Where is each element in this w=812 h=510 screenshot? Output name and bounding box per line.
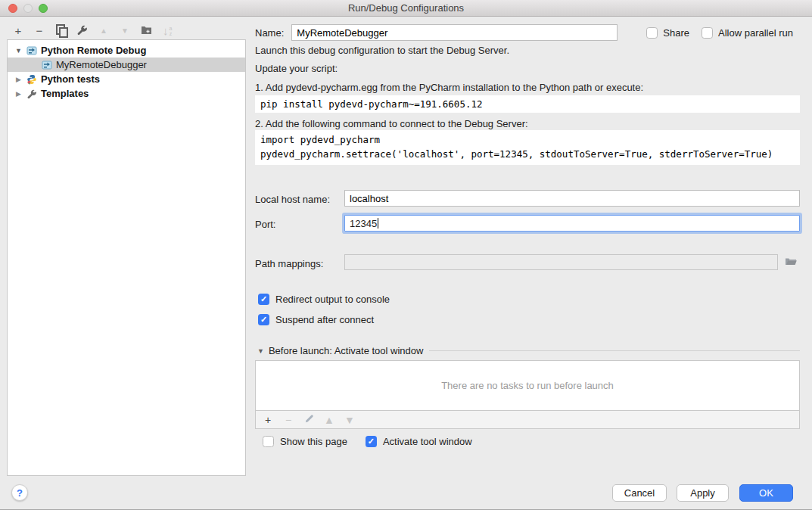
close-window-button[interactable] (8, 4, 17, 13)
show-this-page-checkbox[interactable] (263, 436, 274, 447)
minus-icon: − (285, 414, 291, 426)
suspend-after-connect-row[interactable]: ✓ Suspend after connect (258, 314, 374, 325)
before-launch-title: Before launch: Activate tool window (269, 345, 424, 356)
redirect-output-checkbox[interactable]: ✓ (258, 294, 269, 305)
step1-text: 1. Add pydevd-pycharm.egg from the PyCha… (255, 82, 643, 93)
title-bar: Run/Debug Configurations (0, 0, 812, 17)
add-task-button[interactable]: + (263, 413, 273, 427)
port-value: 12345 (350, 218, 377, 229)
configurations-toolbar: + − ▲ ▼ ↓ az (13, 23, 173, 39)
expand-arrow-icon[interactable]: ▼ (14, 47, 23, 54)
edit-templates-button[interactable] (76, 24, 88, 39)
create-folder-button[interactable] (141, 24, 152, 38)
code-line-1: import pydevd_pycharm (260, 132, 800, 147)
minus-icon: − (36, 24, 43, 37)
port-input-focused[interactable]: 12345 (344, 215, 800, 232)
question-mark-icon: ? (17, 487, 23, 499)
copy-icon (56, 24, 66, 35)
tree-item-label: Python tests (41, 73, 100, 85)
remote-debug-icon (41, 59, 52, 70)
before-launch-header[interactable]: ▼ Before launch: Activate tool window (257, 345, 800, 356)
local-host-name-label: Local host name: (255, 194, 330, 205)
section-divider (429, 350, 800, 351)
redirect-output-row[interactable]: ✓ Redirect output to console (258, 294, 390, 305)
up-arrow-icon: ▲ (324, 414, 334, 426)
pencil-icon (304, 414, 314, 424)
name-label: Name: (255, 27, 284, 39)
tree-item-python-remote-debug[interactable]: ▼ Python Remote Debug (8, 43, 245, 58)
tree-item-myremotedebugger-selected[interactable]: MyRemoteDebugger (8, 58, 245, 72)
new-folder-icon (141, 25, 152, 35)
copy-configuration-button[interactable] (55, 24, 66, 38)
tree-item-label: Python Remote Debug (41, 45, 146, 56)
activate-tool-window-label: Activate tool window (383, 436, 472, 447)
before-launch-toolbar: + − ▲ ▼ (255, 411, 800, 429)
share-checkbox[interactable] (646, 27, 658, 39)
add-configuration-button[interactable]: + (13, 24, 23, 38)
remove-task-button[interactable]: − (283, 413, 294, 427)
move-task-up-button[interactable]: ▲ (324, 413, 334, 427)
up-arrow-icon: ▲ (100, 26, 107, 35)
tree-item-templates[interactable]: ▶ Templates (8, 86, 245, 101)
browse-path-mappings-button[interactable] (783, 255, 798, 269)
suspend-after-connect-label: Suspend after connect (275, 314, 374, 325)
remote-debug-icon (26, 45, 37, 56)
allow-parallel-run-label: Allow parallel run (718, 27, 793, 39)
ok-button[interactable]: OK (739, 484, 793, 502)
minimize-window-button (23, 4, 33, 13)
move-task-down-button[interactable]: ▼ (344, 413, 355, 427)
activate-tool-window-checkbox[interactable]: ✓ (366, 436, 377, 447)
intro-text: Launch this debug configuration to start… (255, 45, 509, 56)
cancel-button[interactable]: Cancel (612, 484, 667, 502)
sort-az-icon: ↓ az (163, 24, 173, 38)
tree-item-python-tests[interactable]: ▶ Python tests (8, 72, 245, 86)
move-up-button[interactable]: ▲ (98, 24, 109, 38)
down-arrow-icon: ▼ (344, 414, 355, 426)
path-mappings-input[interactable] (344, 254, 778, 270)
no-tasks-text: There are no tasks to run before launch (441, 380, 614, 391)
tree-item-label: Templates (41, 88, 89, 99)
collapse-arrow-icon[interactable]: ▶ (14, 76, 23, 83)
collapse-arrow-icon[interactable]: ▶ (14, 90, 23, 98)
check-icon: ✓ (260, 294, 267, 305)
local-host-name-input[interactable] (344, 190, 800, 207)
suspend-after-connect-checkbox[interactable]: ✓ (258, 314, 269, 325)
page-options-row: Show this page ✓ Activate tool window (263, 436, 472, 447)
port-label: Port: (255, 219, 275, 230)
configurations-tree: ▼ Python Remote Debug MyRemoteDebugger ▶… (7, 39, 246, 476)
share-label: Share (663, 27, 689, 39)
traffic-lights (8, 4, 48, 13)
sort-configurations-button[interactable]: ↓ az (163, 24, 173, 38)
name-input[interactable] (291, 24, 618, 41)
move-down-button[interactable]: ▼ (120, 24, 130, 38)
python-icon (26, 73, 37, 85)
update-script-text: Update your script: (255, 63, 338, 74)
edit-task-button[interactable] (303, 413, 314, 427)
show-this-page-label: Show this page (280, 436, 347, 447)
settrace-code-block[interactable]: import pydevd_pycharm pydevd_pycharm.set… (255, 130, 800, 165)
plus-icon: + (15, 24, 22, 37)
remove-configuration-button[interactable]: − (34, 24, 45, 38)
pip-command-code[interactable]: pip install pydevd-pycharm~=191.6605.12 (255, 95, 800, 113)
apply-button[interactable]: Apply (677, 484, 729, 502)
check-icon: ✓ (368, 436, 375, 447)
plus-icon: + (265, 414, 271, 426)
check-icon: ✓ (260, 314, 267, 325)
maximize-window-button[interactable] (39, 4, 48, 13)
section-collapse-icon[interactable]: ▼ (257, 347, 264, 355)
run-debug-configurations-dialog: Run/Debug Configurations + − ▲ ▼ ↓ az ▼ … (0, 0, 812, 510)
redirect-output-label: Redirect output to console (275, 294, 390, 305)
allow-parallel-run-checkbox-group[interactable]: Allow parallel run (702, 27, 793, 39)
wrench-icon (26, 88, 37, 99)
down-arrow-icon: ▼ (121, 26, 129, 35)
share-checkbox-group[interactable]: Share (646, 27, 689, 39)
code-line-2: pydevd_pycharm.settrace('localhost', por… (260, 147, 800, 161)
window-title: Run/Debug Configurations (348, 2, 464, 14)
wrench-icon (76, 24, 88, 36)
before-launch-task-list[interactable]: There are no tasks to run before launch (255, 360, 800, 411)
allow-parallel-run-checkbox[interactable] (702, 27, 713, 39)
open-folder-icon (785, 257, 798, 267)
tree-item-label: MyRemoteDebugger (56, 59, 147, 70)
help-button[interactable]: ? (11, 484, 28, 501)
name-row: Name: Share Allow parallel run (255, 23, 804, 42)
